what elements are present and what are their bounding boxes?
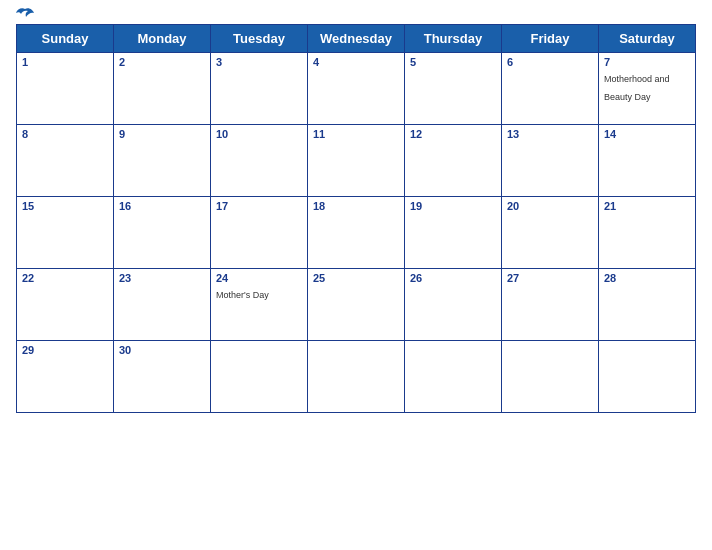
calendar-cell: 14: [599, 125, 696, 197]
day-number: 3: [216, 56, 302, 68]
day-number: 10: [216, 128, 302, 140]
header-tuesday: Tuesday: [211, 25, 308, 53]
day-number: 26: [410, 272, 496, 284]
day-number: 23: [119, 272, 205, 284]
day-number: 17: [216, 200, 302, 212]
calendar-cell: 16: [114, 197, 211, 269]
day-number: 2: [119, 56, 205, 68]
calendar-table: Sunday Monday Tuesday Wednesday Thursday…: [16, 24, 696, 413]
calendar-cell: 8: [17, 125, 114, 197]
calendar-cell: [405, 341, 502, 413]
calendar-cell: 2: [114, 53, 211, 125]
day-number: 27: [507, 272, 593, 284]
calendar-cell: 1: [17, 53, 114, 125]
day-number: 6: [507, 56, 593, 68]
day-number: 30: [119, 344, 205, 356]
calendar-cell: 15: [17, 197, 114, 269]
logo: [16, 7, 36, 21]
day-number: 12: [410, 128, 496, 140]
event-label: Mother's Day: [216, 290, 269, 300]
header-saturday: Saturday: [599, 25, 696, 53]
day-number: 24: [216, 272, 302, 284]
day-number: 4: [313, 56, 399, 68]
calendar-cell: 27: [502, 269, 599, 341]
calendar-cell: 30: [114, 341, 211, 413]
calendar-week-row: 891011121314: [17, 125, 696, 197]
calendar-cell: 7Motherhood and Beauty Day: [599, 53, 696, 125]
day-number: 14: [604, 128, 690, 140]
calendar-cell: 6: [502, 53, 599, 125]
calendar-cell: 13: [502, 125, 599, 197]
header-wednesday: Wednesday: [308, 25, 405, 53]
logo-blue-text: [16, 7, 36, 21]
day-number: 16: [119, 200, 205, 212]
calendar-cell: 5: [405, 53, 502, 125]
day-number: 20: [507, 200, 593, 212]
event-label: Motherhood and Beauty Day: [604, 74, 670, 102]
calendar-cell: 10: [211, 125, 308, 197]
logo-bird-icon: [16, 7, 34, 21]
day-number: 9: [119, 128, 205, 140]
day-number: 7: [604, 56, 690, 68]
calendar-cell: 4: [308, 53, 405, 125]
calendar-cell: 22: [17, 269, 114, 341]
header-sunday: Sunday: [17, 25, 114, 53]
day-number: 25: [313, 272, 399, 284]
day-number: 19: [410, 200, 496, 212]
day-number: 5: [410, 56, 496, 68]
calendar-cell: 18: [308, 197, 405, 269]
day-number: 8: [22, 128, 108, 140]
header-thursday: Thursday: [405, 25, 502, 53]
calendar-cell: 11: [308, 125, 405, 197]
calendar-week-row: 222324Mother's Day25262728: [17, 269, 696, 341]
day-number: 21: [604, 200, 690, 212]
days-header-row: Sunday Monday Tuesday Wednesday Thursday…: [17, 25, 696, 53]
calendar-cell: 17: [211, 197, 308, 269]
calendar-cell: 21: [599, 197, 696, 269]
calendar-header: [16, 10, 696, 18]
day-number: 13: [507, 128, 593, 140]
header-monday: Monday: [114, 25, 211, 53]
day-number: 1: [22, 56, 108, 68]
calendar-cell: 26: [405, 269, 502, 341]
calendar-cell: 3: [211, 53, 308, 125]
calendar-cell: 25: [308, 269, 405, 341]
calendar-cell: 28: [599, 269, 696, 341]
calendar-cell: [599, 341, 696, 413]
calendar-week-row: 2930: [17, 341, 696, 413]
header-friday: Friday: [502, 25, 599, 53]
calendar-cell: 29: [17, 341, 114, 413]
calendar-week-row: 1234567Motherhood and Beauty Day: [17, 53, 696, 125]
day-number: 22: [22, 272, 108, 284]
calendar-cell: 19: [405, 197, 502, 269]
day-number: 28: [604, 272, 690, 284]
day-number: 11: [313, 128, 399, 140]
calendar-cell: [308, 341, 405, 413]
calendar-cell: 23: [114, 269, 211, 341]
day-number: 29: [22, 344, 108, 356]
calendar-cell: 20: [502, 197, 599, 269]
calendar-cell: 24Mother's Day: [211, 269, 308, 341]
calendar-week-row: 15161718192021: [17, 197, 696, 269]
calendar-cell: 12: [405, 125, 502, 197]
day-number: 15: [22, 200, 108, 212]
calendar-cell: [502, 341, 599, 413]
calendar-cell: [211, 341, 308, 413]
calendar-cell: 9: [114, 125, 211, 197]
day-number: 18: [313, 200, 399, 212]
